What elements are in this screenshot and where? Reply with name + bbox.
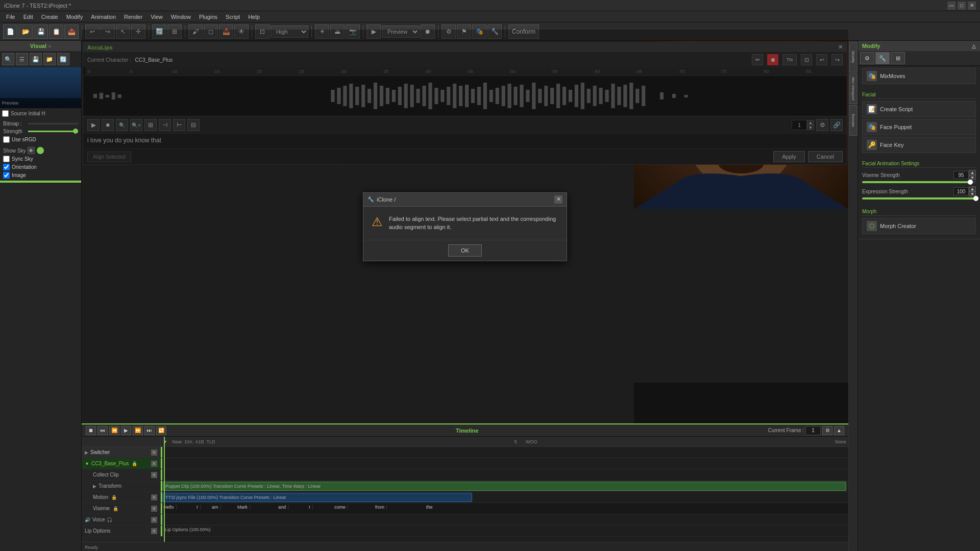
- tl-maximize-btn[interactable]: ▲: [834, 426, 844, 435]
- menu-window[interactable]: Window: [167, 13, 195, 21]
- tab-modify[interactable]: Modify: [849, 42, 857, 72]
- tl-collect-close[interactable]: ✕: [151, 472, 157, 478]
- word-and: and: [278, 505, 288, 510]
- face-key-button[interactable]: 🔑 Face Key: [862, 137, 976, 153]
- strength-thumb[interactable]: [73, 129, 78, 134]
- create-script-button[interactable]: 📝 Create Script: [862, 101, 976, 117]
- expression-slider-thumb[interactable]: [973, 196, 978, 201]
- tl-cc3-close[interactable]: ✕: [151, 461, 157, 467]
- tl-puppet-clip[interactable]: Puppet Clip (100.00%) Transition Curve P…: [163, 482, 846, 491]
- visual-list-btn[interactable]: ☰: [16, 53, 28, 65]
- minimize-button[interactable]: —: [947, 2, 955, 10]
- tl-stop-btn[interactable]: ⏹: [86, 426, 96, 435]
- orientation-label: Orientation: [3, 164, 78, 170]
- strength-fill: [28, 131, 78, 132]
- menu-help[interactable]: Help: [244, 13, 264, 21]
- tl-prev-frame-btn[interactable]: ⏪: [109, 426, 119, 435]
- menu-modify[interactable]: Modify: [62, 13, 87, 21]
- tl-options-btn[interactable]: ⚙: [822, 426, 832, 435]
- expression-strength-input[interactable]: [953, 187, 969, 195]
- image-checkbox[interactable]: [3, 172, 10, 179]
- visual-collapse[interactable]: ○: [48, 43, 51, 49]
- viseme-strength-input[interactable]: [953, 171, 969, 179]
- maximize-button[interactable]: □: [958, 2, 966, 10]
- menu-plugins[interactable]: Plugins: [195, 13, 222, 21]
- modify-tabs: ⚙ 🔧 ⊞: [858, 51, 980, 66]
- tab-min-viewport[interactable]: Min Viewport: [849, 73, 857, 104]
- face-puppet-button[interactable]: 🎭 Face Puppet: [862, 119, 976, 135]
- modify-tab-icon1[interactable]: ⚙: [860, 52, 874, 64]
- modify-tab-icon2[interactable]: 🔧: [875, 52, 890, 64]
- tl-viseme-close[interactable]: ✕: [151, 506, 157, 512]
- menu-create[interactable]: Create: [37, 13, 62, 21]
- word-hello: Hello: [163, 505, 177, 510]
- menu-animation[interactable]: Animation: [87, 13, 120, 21]
- export-button[interactable]: 📤: [64, 24, 79, 39]
- viseme-up[interactable]: ▲: [969, 170, 976, 175]
- show-sky-dot[interactable]: [37, 147, 44, 154]
- close-button[interactable]: ✕: [968, 2, 976, 10]
- menu-edit[interactable]: Edit: [19, 13, 37, 21]
- tl-row-voice: 🔊 Voice 🎧 ✕: [82, 514, 160, 525]
- open-button[interactable]: 📂: [18, 24, 33, 39]
- modify-tab-icon3[interactable]: ⊞: [891, 52, 905, 64]
- tl-status: Ready: [85, 545, 98, 550]
- viseme-strength-label: Viseme Strength: [862, 172, 900, 178]
- expression-slider-track[interactable]: [862, 197, 976, 199]
- menu-bar: File Edit Create Modify Animation Render…: [0, 11, 980, 22]
- timeline-controls-right: Current Frame : ⚙ ▲: [768, 426, 844, 435]
- orientation-checkbox[interactable]: [3, 164, 10, 170]
- tl-next-frame-btn[interactable]: ⏩: [133, 426, 143, 435]
- tl-playhead-motion: [161, 492, 162, 503]
- dialog-close-button[interactable]: ✕: [554, 195, 562, 204]
- dialog-ok-button[interactable]: OK: [448, 244, 482, 257]
- menu-script[interactable]: Script: [222, 13, 244, 21]
- mixmoves-icon: 🎭: [867, 71, 877, 81]
- tl-prev-btn[interactable]: ⏮: [97, 426, 108, 435]
- menu-view[interactable]: View: [146, 13, 167, 21]
- visual-refresh-btn[interactable]: 🔄: [57, 53, 69, 65]
- tl-voice-close[interactable]: ✕: [151, 517, 157, 523]
- use-argd-checkbox[interactable]: [3, 136, 10, 143]
- right-panel-header: Modify △: [858, 41, 980, 51]
- toolbar-btn1[interactable]: 📋: [49, 24, 63, 39]
- modify-collapse[interactable]: △: [972, 43, 976, 49]
- tl-frame-input[interactable]: [805, 426, 821, 435]
- save-button[interactable]: 💾: [34, 24, 48, 39]
- menu-render[interactable]: Render: [120, 13, 146, 21]
- menu-file[interactable]: File: [2, 13, 19, 21]
- tl-track-switcher: [161, 447, 848, 458]
- visual-save-btn[interactable]: 💾: [30, 53, 42, 65]
- source-initial-checkbox[interactable]: [2, 110, 9, 117]
- morph-creator-icon: ⬡: [867, 221, 877, 231]
- viseme-slider-thumb[interactable]: [968, 180, 973, 185]
- face-key-label: Face Key: [880, 142, 903, 148]
- sync-sky-checkbox[interactable]: [3, 156, 10, 162]
- tl-switcher-close[interactable]: ✕: [151, 449, 157, 456]
- timeline-labels: ▶ Switcher ✕ ▼ CC3_Base_Plus 🔒 ✕ Col: [82, 437, 161, 542]
- tl-motion-close[interactable]: ✕: [151, 494, 157, 500]
- visual-folder-btn[interactable]: 📁: [43, 53, 56, 65]
- mixmoves-button[interactable]: 🎭 MixMoves: [862, 68, 976, 84]
- tl-next-btn[interactable]: ⏭: [144, 426, 155, 435]
- viseme-slider-track[interactable]: [862, 181, 976, 183]
- icone-dialog: 🔧 iClone / ✕ ⚠ Failed to align text. Ple…: [363, 192, 567, 261]
- expression-up[interactable]: ▲: [969, 186, 976, 191]
- strength-track: [28, 131, 78, 132]
- mixmoves-label: MixMoves: [880, 73, 905, 79]
- visual-search-btn[interactable]: 🔍: [2, 53, 14, 65]
- tl-play-btn[interactable]: ▶: [121, 426, 131, 435]
- tl-ttsi-clip[interactable]: TTSl jsync File (100.00%) Transition Cur…: [163, 493, 472, 502]
- morph-creator-button[interactable]: ⬡ Morph Creator: [862, 218, 976, 234]
- show-sky-toggle[interactable]: 👁: [28, 147, 35, 154]
- new-button[interactable]: 📄: [3, 24, 17, 39]
- tl-main-playhead[interactable]: [164, 437, 165, 542]
- bitmap-label: Bitmap :: [3, 121, 26, 127]
- tab-render[interactable]: Render: [849, 105, 857, 136]
- timeline-tracks: ▼ Near 10A A1B TLD 5 WOO None: [161, 437, 848, 542]
- thumbnail-preview: Preview: [0, 67, 81, 108]
- tl-lip-close[interactable]: ✕: [151, 528, 157, 534]
- tl-track-lip: Lip Options (100.00%): [161, 525, 848, 537]
- tl-loop-btn[interactable]: 🔁: [156, 426, 166, 435]
- morph-section-label: Morph: [862, 207, 976, 216]
